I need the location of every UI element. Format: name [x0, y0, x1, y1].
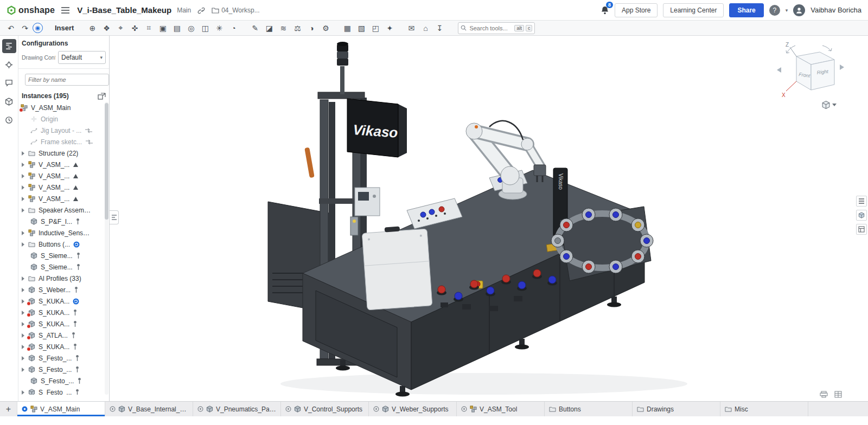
tree-item[interactable]: S_Festo_...: [18, 375, 109, 387]
named-positions-icon[interactable]: ✜: [128, 22, 141, 34]
display-states-icon[interactable]: ◰: [369, 22, 382, 34]
tree-item[interactable]: V_ASM_...: [18, 170, 109, 182]
explode-icon[interactable]: ✳: [213, 22, 226, 34]
mate-features-icon[interactable]: [2, 57, 16, 72]
tree-item[interactable]: V_ASM_...: [18, 193, 109, 204]
help-button[interactable]: ?: [769, 5, 780, 16]
share-button[interactable]: Share: [729, 3, 763, 17]
tree-item[interactable]: S_Sieme...: [18, 261, 109, 273]
sketch-icon[interactable]: ✎: [248, 22, 261, 34]
tree-item[interactable]: S_Festo_...: [18, 364, 109, 375]
panel-collapse-handle[interactable]: [110, 210, 119, 224]
learning-center-button[interactable]: Learning Center: [663, 3, 724, 17]
chevron-icon[interactable]: [21, 163, 28, 167]
view-options-button[interactable]: [818, 100, 840, 110]
comment-tool-icon[interactable]: ✉: [405, 22, 418, 34]
named-views-icon[interactable]: ▧: [355, 22, 368, 34]
tree-item[interactable]: V_ASM_...: [18, 182, 109, 193]
tree-item[interactable]: S_Festo_...: [18, 352, 109, 364]
bom-icon[interactable]: ▦: [341, 22, 354, 34]
parts-icon[interactable]: [2, 94, 16, 108]
tree-item[interactable]: V_ASM_Main: [18, 102, 109, 113]
tab-buttons[interactable]: Buttons: [545, 402, 633, 416]
main-menu-button[interactable]: [60, 6, 71, 15]
drawing-config-select[interactable]: Default ▾: [58, 51, 106, 64]
snap-mode-icon[interactable]: ⌗: [142, 22, 155, 34]
tree-item[interactable]: Structure (22): [18, 147, 109, 159]
tree-item[interactable]: S_KUKA...: [18, 307, 109, 318]
bom-panel-button[interactable]: [856, 196, 867, 207]
update-icon[interactable]: [73, 241, 80, 248]
tree-item[interactable]: S_Weber...: [18, 284, 109, 295]
snapshot-icon[interactable]: ◔: [227, 22, 240, 34]
tab-drawings[interactable]: Drawings: [633, 402, 720, 416]
tree-item[interactable]: S_Festo_...: [18, 387, 109, 395]
tree-item[interactable]: Frame sketc...: [18, 136, 109, 147]
tree-item[interactable]: S_Sieme...: [18, 250, 109, 261]
workspace-breadcrumb[interactable]: 04_Worksp...: [212, 7, 259, 14]
table-button[interactable]: [834, 391, 842, 398]
chevron-icon[interactable]: [21, 174, 28, 178]
view-cube-right-face[interactable]: [811, 60, 834, 90]
tree-item[interactable]: S_P&F_I...: [18, 216, 109, 227]
tree-item[interactable]: Jig Layout - ...: [18, 125, 109, 136]
circular-pattern-icon[interactable]: ◎: [184, 22, 197, 34]
insert-instance-icon[interactable]: [98, 93, 106, 100]
chevron-icon[interactable]: [21, 231, 28, 235]
print-button[interactable]: [820, 391, 828, 398]
tree-scrollbar[interactable]: [105, 102, 108, 395]
replicate-icon[interactable]: ▣: [156, 22, 169, 34]
comments-icon[interactable]: [2, 76, 16, 90]
chevron-icon[interactable]: [21, 276, 28, 281]
tree-item[interactable]: S_KUKA...: [18, 341, 109, 352]
configurations-icon[interactable]: ⚙: [319, 22, 332, 34]
tree-item[interactable]: S_KUKA...: [18, 295, 109, 307]
tab-v-asm-main[interactable]: V_ASM_Main: [17, 402, 105, 416]
rotate-right-arrow-icon[interactable]: [822, 46, 832, 51]
electrical-cabinet[interactable]: [362, 224, 432, 310]
chevron-icon[interactable]: [21, 208, 28, 212]
drawing-icon[interactable]: ⌂: [419, 22, 432, 34]
tree-item[interactable]: Buttons (...: [18, 239, 109, 250]
tree-item[interactable]: Speaker Assemblie...: [18, 204, 109, 216]
branch-name[interactable]: Main: [177, 7, 191, 14]
chevron-icon[interactable]: [21, 368, 28, 372]
orange-cable[interactable]: [304, 147, 315, 178]
filter-by-name-input[interactable]: [25, 74, 109, 86]
mate-icon[interactable]: ⊕: [86, 22, 99, 34]
chevron-icon[interactable]: [21, 197, 28, 201]
chevron-icon[interactable]: [21, 185, 28, 190]
mirror-icon[interactable]: ◫: [199, 22, 212, 34]
redo-icon[interactable]: ↷: [18, 22, 31, 34]
tab-v-base-internal-fr-[interactable]: V_Base_Internal_Fr...: [105, 402, 193, 416]
history-icon[interactable]: [2, 113, 16, 127]
insert-button[interactable]: Insert: [52, 23, 77, 33]
app-store-button[interactable]: App Store: [615, 3, 658, 17]
rotate-west-arrow-icon[interactable]: [777, 67, 781, 73]
machine-model[interactable]: Vikaso: [110, 36, 868, 401]
tree-item[interactable]: V_ASM_...: [18, 159, 109, 170]
tree-item[interactable]: Origin: [18, 113, 109, 125]
graphics-viewport[interactable]: Vikaso: [110, 36, 868, 401]
mass-properties-icon[interactable]: ⚖: [291, 22, 304, 34]
tab-v-pneumatics-panels[interactable]: V_Pneumatics_Panels: [193, 402, 281, 416]
mate-connector-icon[interactable]: ⌖: [114, 22, 127, 34]
chevron-icon[interactable]: [21, 390, 28, 395]
search-tools-input[interactable]: [468, 24, 513, 32]
tree-item[interactable]: Al Profiles (33): [18, 273, 109, 284]
section-view-icon[interactable]: ◪: [263, 22, 276, 34]
group-icon[interactable]: ❖: [100, 22, 113, 34]
share-link-icon[interactable]: [196, 5, 206, 15]
tree-item[interactable]: S_ATLA...: [18, 330, 109, 341]
avatar[interactable]: [793, 4, 805, 16]
tab-v-asm-tool[interactable]: V_ASM_Tool: [457, 402, 545, 416]
notifications-button[interactable]: 8: [601, 5, 609, 15]
export-icon[interactable]: ↧: [433, 22, 446, 34]
chevron-icon[interactable]: [21, 242, 28, 247]
rotate-east-arrow-icon[interactable]: [840, 65, 844, 70]
tab-misc[interactable]: Misc: [720, 402, 808, 416]
measure-icon[interactable]: ≋: [277, 22, 290, 34]
chevron-icon[interactable]: [21, 288, 28, 292]
view-cube[interactable]: Front Right Z X: [768, 40, 850, 105]
edit-in-context-icon[interactable]: ◉: [33, 23, 43, 33]
